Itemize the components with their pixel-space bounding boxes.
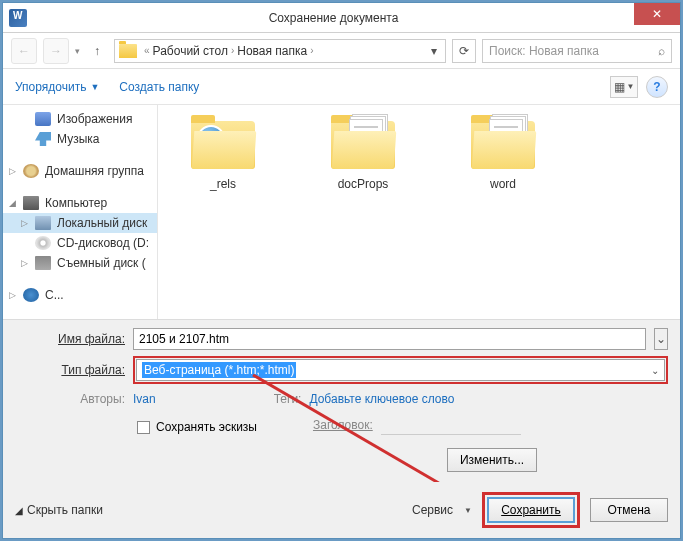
forward-button[interactable]: → xyxy=(43,38,69,64)
folder-docprops[interactable]: docProps xyxy=(318,115,408,191)
folder-rels[interactable]: _rels xyxy=(178,115,268,191)
sidebar-label: Съемный диск ( xyxy=(57,256,146,270)
sidebar-item-cddrive[interactable]: CD-дисковод (D: xyxy=(3,233,157,253)
sidebar-label: Компьютер xyxy=(45,196,107,210)
search-icon: ⌕ xyxy=(658,44,665,58)
sidebar-item-music[interactable]: Музыка xyxy=(3,129,157,149)
filename-dropdown[interactable]: ⌄ xyxy=(654,328,668,350)
computer-icon xyxy=(23,196,39,210)
chevron-down-icon: ▼ xyxy=(627,82,635,91)
chevron-down-icon: ▼ xyxy=(90,82,99,92)
sidebar-label: Музыка xyxy=(57,132,99,146)
sidebar-label: CD-дисковод (D: xyxy=(57,236,149,250)
new-folder-label: Создать папку xyxy=(119,80,199,94)
sidebar-label: Домашняя группа xyxy=(45,164,144,178)
save-thumbnails-checkbox[interactable] xyxy=(137,421,150,434)
breadcrumb-bar[interactable]: « Рабочий стол › Новая папка › ▾ xyxy=(114,39,446,63)
hide-folders-label: Скрыть папки xyxy=(27,503,103,517)
filename-input[interactable] xyxy=(133,328,646,350)
authors-label: Авторы: xyxy=(15,392,125,406)
up-button[interactable]: ↑ xyxy=(86,40,108,62)
file-list-view[interactable]: _rels docProps word xyxy=(158,105,680,319)
removable-disk-icon xyxy=(35,256,51,270)
sidebar-item-computer[interactable]: ◢ Компьютер xyxy=(3,193,157,213)
collapse-icon[interactable]: ▷ xyxy=(21,258,28,268)
forward-icon: → xyxy=(50,44,62,58)
back-icon: ← xyxy=(18,44,30,58)
disk-icon xyxy=(35,216,51,230)
folder-label: docProps xyxy=(338,177,389,191)
content-area: Изображения Музыка ▷ Домашняя группа ◢ К… xyxy=(3,105,680,319)
expand-icon[interactable]: ◢ xyxy=(9,198,16,208)
help-button[interactable]: ? xyxy=(646,76,668,98)
hide-folders-button[interactable]: ◢ Скрыть папки xyxy=(15,503,103,517)
service-label: Сервис xyxy=(412,503,453,517)
folder-icon xyxy=(119,44,137,58)
folder-word[interactable]: word xyxy=(458,115,548,191)
sidebar-item-network[interactable]: ▷ С... xyxy=(3,285,157,305)
service-menu[interactable]: Сервис ▼ xyxy=(412,503,472,517)
change-button[interactable]: Изменить... xyxy=(447,448,537,472)
filetype-label: Тип файла: xyxy=(15,363,125,377)
collapse-icon: ◢ xyxy=(15,505,23,516)
folder-label: word xyxy=(490,177,516,191)
breadcrumb-sep-icon: › xyxy=(231,45,234,56)
collapse-icon[interactable]: ▷ xyxy=(9,166,16,176)
sidebar-item-homegroup[interactable]: ▷ Домашняя группа xyxy=(3,161,157,181)
tags-value[interactable]: Добавьте ключевое слово xyxy=(309,392,454,406)
breadcrumb-part2[interactable]: Новая папка xyxy=(237,44,307,58)
sidebar-item-pictures[interactable]: Изображения xyxy=(3,109,157,129)
tags-label: Теги: xyxy=(274,392,302,406)
breadcrumb-prefix: « xyxy=(144,45,150,56)
filename-label: Имя файла: xyxy=(15,332,125,346)
title-label: Заголовок: xyxy=(313,418,373,432)
word-app-icon xyxy=(9,9,27,27)
save-thumbnails-label[interactable]: Сохранять эскизы xyxy=(156,420,257,434)
sidebar-label: Изображения xyxy=(57,112,132,126)
refresh-button[interactable]: ⟳ xyxy=(452,39,476,63)
homegroup-icon xyxy=(23,164,39,178)
annotation-highlight: Сохранить xyxy=(482,492,580,528)
organize-label: Упорядочить xyxy=(15,80,86,94)
folder-icon xyxy=(189,115,257,171)
filetype-row: Тип файла: Веб-страница (*.htm;*.html) ⌄ xyxy=(15,356,668,384)
tiles-icon: ▦ xyxy=(614,80,625,94)
filename-row: Имя файла: ⌄ xyxy=(15,328,668,350)
sidebar-label: С... xyxy=(45,288,64,302)
breadcrumb-dropdown[interactable]: ▾ xyxy=(427,44,441,58)
help-icon: ? xyxy=(653,80,660,94)
view-mode-button[interactable]: ▦ ▼ xyxy=(610,76,638,98)
breadcrumb-sep-icon: › xyxy=(310,45,313,56)
window-title: Сохранение документа xyxy=(33,11,634,25)
annotation-highlight: Веб-страница (*.htm;*.html) ⌄ xyxy=(133,356,668,384)
new-folder-button[interactable]: Создать папку xyxy=(119,80,199,94)
folder-icon xyxy=(469,115,537,171)
title-input[interactable] xyxy=(381,415,521,435)
collapse-icon[interactable]: ▷ xyxy=(9,290,16,300)
back-button[interactable]: ← xyxy=(11,38,37,64)
sidebar: Изображения Музыка ▷ Домашняя группа ◢ К… xyxy=(3,105,158,319)
close-button[interactable]: ✕ xyxy=(634,3,680,25)
authors-row: Авторы: Ivan Теги: Добавьте ключевое сло… xyxy=(15,392,668,406)
refresh-icon: ⟳ xyxy=(459,44,469,58)
history-dropdown[interactable]: ▾ xyxy=(75,46,80,56)
cd-icon xyxy=(35,236,51,250)
save-label: Сохранить xyxy=(501,503,561,517)
filetype-combo[interactable]: Веб-страница (*.htm;*.html) ⌄ xyxy=(136,359,665,381)
sidebar-label: Локальный диск xyxy=(57,216,147,230)
search-input[interactable]: Поиск: Новая папка ⌕ xyxy=(482,39,672,63)
toolbar: Упорядочить ▼ Создать папку ▦ ▼ ? xyxy=(3,69,680,105)
folder-label: _rels xyxy=(210,177,236,191)
authors-value[interactable]: Ivan xyxy=(133,392,156,406)
organize-menu[interactable]: Упорядочить ▼ xyxy=(15,80,99,94)
save-dialog-window: Сохранение документа ✕ ← → ▾ ↑ « Рабочий… xyxy=(2,2,681,539)
network-icon xyxy=(23,288,39,302)
music-icon xyxy=(35,132,51,146)
breadcrumb-part1[interactable]: Рабочий стол xyxy=(153,44,228,58)
sidebar-item-removable[interactable]: ▷ Съемный диск ( xyxy=(3,253,157,273)
cancel-button[interactable]: Отмена xyxy=(590,498,668,522)
sidebar-item-localdisk[interactable]: ▷ Локальный диск xyxy=(3,213,157,233)
collapse-icon[interactable]: ▷ xyxy=(21,218,28,228)
save-thumbnails-row: Сохранять эскизы xyxy=(137,420,257,434)
save-button[interactable]: Сохранить xyxy=(487,497,575,523)
